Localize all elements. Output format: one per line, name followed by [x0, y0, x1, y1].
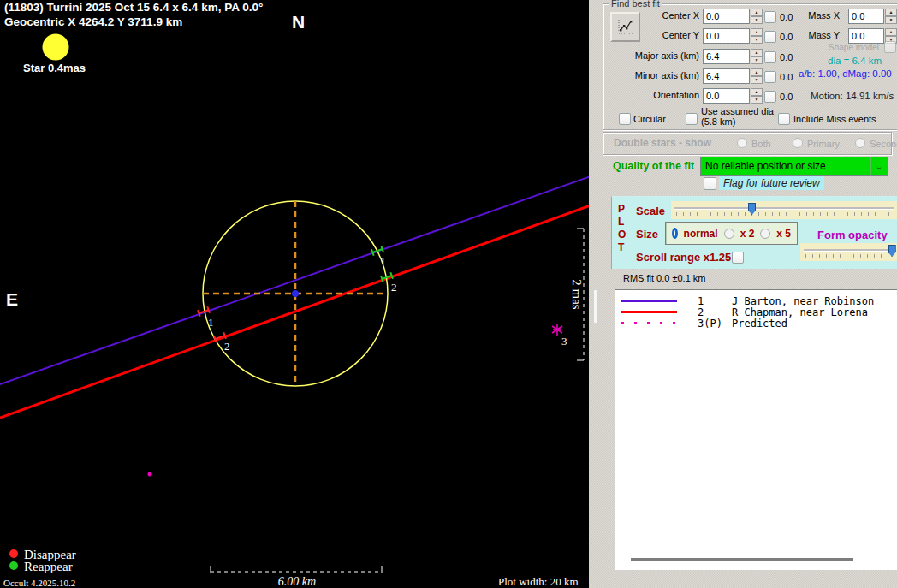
reappear-label: Reappear — [24, 560, 73, 573]
plot-controls-section: P L O T Scale Size normal x 2 x 5 Form o… — [611, 196, 897, 269]
spin-down-button[interactable]: ▼ — [751, 96, 763, 104]
spin-up-button[interactable]: ▲ — [751, 68, 763, 76]
double-stars-primary-label: Primary — [807, 139, 840, 149]
plot-section-label: P L O T — [618, 203, 626, 254]
spin-up-button[interactable]: ▲ — [751, 88, 763, 96]
chord2-swatch-icon — [621, 311, 677, 313]
spin-up-button[interactable]: ▲ — [885, 9, 897, 16]
size-x5-label: x 5 — [776, 228, 791, 240]
legend-scrollbar[interactable] — [631, 558, 853, 561]
mas-scale-label: 2 mas — [570, 279, 584, 310]
legend-row[interactable]: 3(P) Predicted — [615, 318, 897, 330]
center-x-error-value: 0.0 — [780, 12, 793, 22]
orientation-error-value: 0.0 — [780, 92, 793, 102]
center-x-error-checkbox[interactable] — [764, 11, 776, 23]
form-opacity-label: Form opacity — [817, 229, 888, 241]
minor-axis-label: Minor axis (km) — [603, 70, 699, 80]
splitter-handle[interactable] — [594, 290, 597, 323]
major-axis-input[interactable]: 6.4 — [703, 49, 750, 64]
spin-up-button[interactable]: ▲ — [885, 28, 897, 36]
major-axis-field: 6.4 ▲▼ — [703, 49, 763, 64]
quality-of-fit-label: Quality of the fit — [613, 160, 694, 172]
star-disk — [43, 34, 69, 61]
quality-of-fit-dropdown[interactable]: No reliable position or size ⌄ — [700, 157, 888, 176]
form-opacity-slider-groove — [804, 249, 894, 252]
center-x-input[interactable]: 0.0 — [703, 9, 750, 24]
predicted-dot — [148, 472, 152, 477]
shape-model-checkbox[interactable] — [884, 41, 896, 53]
use-assumed-dia-label: Use assumed dia (5.8 km) — [701, 106, 780, 127]
major-axis-label: Major axis (km) — [603, 50, 699, 61]
center-y-field: 0.0 ▲▼ — [703, 28, 763, 44]
scroll-range-label: Scroll range x1.25 — [636, 251, 731, 264]
use-assumed-dia-checkbox[interactable] — [686, 113, 698, 125]
scale-slider-ticks — [676, 212, 893, 216]
circular-checkbox[interactable] — [619, 113, 631, 125]
minor-axis-field: 6.4 ▲▼ — [703, 68, 763, 84]
quality-of-fit-value: No reliable position or size — [701, 157, 870, 175]
double-stars-both-radio[interactable] — [737, 138, 747, 148]
double-stars-secondary-radio[interactable] — [855, 138, 865, 148]
disappear-dot-icon — [9, 549, 18, 558]
spin-up-button[interactable]: ▲ — [751, 9, 763, 16]
version-label: Occult 4.2025.10.2 — [3, 578, 75, 588]
flag-review-checkbox[interactable] — [704, 177, 716, 190]
mass-x-label: Mass X — [800, 10, 840, 21]
plot-title-line1: (11803) Turrini 2025 Oct 15 6.4 x 6.4 km… — [4, 1, 263, 14]
size-normal-label: normal — [684, 228, 718, 240]
control-panel: Find best fit Center X 0.0 ▲▼ 0.0 Center… — [589, 0, 897, 588]
mass-x-input[interactable]: 0.0 — [848, 9, 884, 24]
plot-width-label: Plot width: 20 km — [498, 575, 579, 588]
major-axis-error-checkbox[interactable] — [764, 51, 776, 63]
form-opacity-slider-ticks — [805, 254, 893, 258]
occultation-plot: (11803) Turrini 2025 Oct 15 6.4 x 6.4 km… — [0, 0, 589, 588]
predicted-number: 3 — [561, 335, 567, 347]
center-y-input[interactable]: 0.0 — [703, 28, 750, 44]
mass-x-field: 0.0 ▲▼ — [848, 9, 897, 24]
mass-y-input[interactable]: 0.0 — [848, 28, 884, 44]
east-label: E — [6, 289, 18, 309]
scroll-range-checkbox[interactable] — [732, 252, 744, 264]
double-stars-secondary-label: Secondary — [870, 139, 897, 149]
north-label: N — [292, 12, 305, 32]
double-stars-both-label: Both — [751, 139, 771, 149]
spin-down-button[interactable]: ▼ — [885, 16, 897, 24]
mass-y-label: Mass Y — [800, 30, 840, 40]
scale-slider[interactable] — [671, 201, 897, 219]
size-normal-radio[interactable] — [672, 228, 678, 239]
double-stars-group: Double stars - show Both Primary Seconda… — [603, 132, 892, 155]
orientation-error-checkbox[interactable] — [764, 91, 776, 103]
size-x2-radio[interactable] — [724, 229, 734, 239]
occult-window: (11803) Turrini 2025 Oct 15 6.4 x 6.4 km… — [0, 0, 897, 588]
axis-ratio-readout: a/b: 1.00, dMag: 0.00 — [799, 68, 892, 79]
form-opacity-slider[interactable] — [800, 243, 897, 261]
minor-axis-input[interactable]: 6.4 — [703, 68, 750, 84]
legend-name: J Barton, near Robinson — [732, 295, 874, 307]
legend-num: 1 — [698, 295, 704, 307]
double-stars-primary-radio[interactable] — [793, 138, 803, 148]
major-axis-error-value: 0.0 — [780, 52, 793, 62]
predicted-swatch-icon — [621, 322, 677, 324]
chevron-down-icon[interactable]: ⌄ — [870, 157, 887, 175]
include-miss-events-checkbox[interactable] — [778, 113, 790, 125]
orientation-input[interactable]: 0.0 — [703, 88, 750, 104]
size-x5-radio[interactable] — [760, 229, 770, 239]
chord2-reappear-number: 2 — [391, 281, 397, 294]
minor-axis-error-value: 0.0 — [780, 72, 793, 82]
asteroid-center-dot — [292, 290, 299, 297]
diameter-readout: dia = 6.4 km — [828, 56, 882, 66]
spin-down-button[interactable]: ▼ — [751, 16, 763, 24]
size-radio-group: normal x 2 x 5 — [665, 222, 798, 245]
chord2-disappear-number: 2 — [224, 340, 230, 353]
spin-up-button[interactable]: ▲ — [751, 28, 763, 36]
chord1-reappear-number: 1 — [380, 254, 386, 267]
double-stars-label: Double stars - show — [614, 137, 711, 149]
center-y-error-checkbox[interactable] — [764, 31, 776, 43]
spin-down-button[interactable]: ▼ — [751, 76, 763, 84]
km-scale-label: 6.00 km — [278, 575, 316, 588]
flag-review-label: Flag for future review — [719, 176, 824, 190]
spin-down-button[interactable]: ▼ — [751, 56, 763, 64]
minor-axis-error-checkbox[interactable] — [764, 71, 776, 83]
center-x-label: Center X — [603, 10, 699, 21]
reappear-dot-icon — [9, 561, 18, 570]
